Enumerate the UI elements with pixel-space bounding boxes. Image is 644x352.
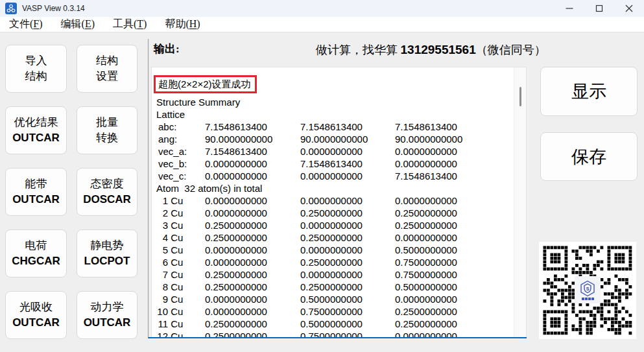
promo-text-pre: 做计算，找华算 [316,43,401,56]
atom-row: 10 Cu0.00000000000.75000000000.250000000… [152,305,514,318]
sidebar-button-sublabel: LOCPOT [84,253,130,269]
app-icon [5,3,17,14]
sidebar-button-label: 态密度 [91,176,124,192]
structure-summary-title: Structure Summary [152,96,514,108]
sidebar-button-sublabel: DOSCAR [83,192,131,207]
output-panel: 输出: 做计算，找华算 13129551561（微信同号） 超胞(2×2×2)设… [148,39,527,338]
output-textarea[interactable]: 超胞(2×2×2)设置成功 Structure Summary Lattice … [151,67,527,337]
window-title: VASP View 0.3.14 [22,4,85,13]
menu-item-edit[interactable]: 编辑(E) [54,18,101,31]
scrollbar-thumb[interactable] [519,87,521,106]
atom-row: 9 Cu0.00000000000.50000000000.0000000000 [152,293,514,305]
svg-text:S: S [586,286,590,290]
menu-item-tools[interactable]: 工具(T) [106,18,153,31]
sidebar-button-sublabel: 转换 [96,130,118,146]
close-button[interactable] [614,0,644,17]
save-button[interactable]: 保存 [540,132,638,181]
sidebar-button-label: 光吸收 [19,299,53,315]
maximize-button[interactable] [584,0,614,17]
sidebar-button-sublabel: OUTCAR [12,315,60,331]
lattice-title: Lattice [152,108,514,121]
promo-banner: 做计算，找华算 13129551561（微信同号） [316,42,546,58]
sidebar-button-label: 能带 [25,176,47,192]
sidebar-button-label: 电荷 [25,238,47,253]
output-label: 输出: [154,41,180,56]
atom-row: 2 Cu0.00000000000.25000000000.2500000000 [152,207,514,219]
sidebar-button-label: 导入 [25,53,47,69]
window-controls [555,0,644,17]
hexagon-logo-icon: S [579,280,596,297]
sidebar-button-band-outcar[interactable]: 能带OUTCAR [5,168,67,216]
sidebar-button-potential-locpot[interactable]: 静电势LOCPOT [77,229,137,277]
sidebar-button-label: 结构 [96,53,118,69]
sidebar-button-sublabel: OUTCAR [84,315,131,331]
output-content: 超胞(2×2×2)设置成功 Structure Summary Lattice … [152,67,514,337]
sidebar-button-label: 动力学 [91,299,124,315]
sidebar-button-optical-outcar[interactable]: 光吸收OUTCAR [5,291,67,339]
sidebar-button-import-structure[interactable]: 导入结构 [5,45,67,93]
maximize-icon [595,5,603,12]
atom-row: 12 Cu0.25000000000.75000000000.000000000… [152,330,514,337]
promo-phone-number: 13129551561 [401,43,476,56]
atom-row: 3 Cu0.25000000000.00000000000.2500000000 [152,219,514,231]
sidebar-button-sublabel: 设置 [96,69,118,84]
scrollbar-track[interactable] [514,67,526,337]
vasp-view-window: VASP View 0.3.14 文件(F)编辑(E)工具(T)帮助(H) 导入… [0,0,644,352]
atom-row: 6 Cu0.00000000000.25000000000.7500000000 [152,256,514,268]
minimize-button[interactable] [555,0,584,17]
sidebar-button-dos-doscar[interactable]: 态密度DOSCAR [77,168,137,216]
supercell-success-message: 超胞(2×2×2)设置成功 [154,75,257,93]
atoms-title: Atom 32 atom(s) in total [152,182,514,194]
atom-row: 4 Cu0.25000000000.25000000000.0000000000 [152,231,514,244]
menubar: 文件(F)编辑(E)工具(T)帮助(H) [0,17,644,32]
promo-qr-code: S [539,242,636,339]
huasuan-logo: S [575,276,601,303]
sidebar-button-sublabel: 结构 [25,69,47,84]
atom-row: 1 Cu0.00000000000.00000000000.0000000000 [152,194,514,207]
sidebar-button-optimize-result-outcar[interactable]: 优化结果OUTCAR [5,106,67,154]
sidebar-button-charge-chgcar[interactable]: 电荷CHGCAR [5,229,67,277]
atom-row: 5 Cu0.00000000000.00000000000.5000000000 [152,244,514,256]
lattice-row-vec_c: vec_c:0.00000000000.00000000007.15486134… [152,170,514,182]
sidebar-button-structure-settings[interactable]: 结构设置 [77,45,137,93]
atom-row: 11 Cu0.25000000000.50000000000.250000000… [152,318,514,330]
sidebar-button-batch-convert[interactable]: 批量转换 [77,106,137,154]
display-button[interactable]: 显示 [540,67,638,116]
minimize-icon [566,5,573,12]
logo-text-marks [582,298,594,300]
sidebar-button-label: 批量 [96,115,118,130]
menu-item-file[interactable]: 文件(F) [3,18,49,31]
close-icon [625,5,633,12]
promo-text-post: （微信同号） [476,43,546,56]
sidebar-button-sublabel: CHGCAR [12,253,60,269]
sidebar: 导入结构结构设置优化结果OUTCAR批量转换能带OUTCAR态密度DOSCAR电… [5,45,137,339]
sidebar-button-dynamics-outcar[interactable]: 动力学OUTCAR [77,291,137,339]
lattice-row-ang: ang:90.000000000090.000000000090.0000000… [152,133,514,145]
atom-row: 8 Cu0.25000000000.25000000000.5000000000 [152,281,514,293]
lattice-row-abc: abc:7.15486134007.15486134007.1548613400 [152,121,514,133]
sidebar-button-label: 静电势 [91,238,124,253]
menu-item-help[interactable]: 帮助(H) [158,18,206,31]
titlebar: VASP View 0.3.14 [0,0,644,17]
sidebar-button-sublabel: OUTCAR [12,192,60,207]
sidebar-button-label: 优化结果 [14,115,58,130]
sidebar-button-sublabel: OUTCAR [12,130,60,146]
lattice-row-vec_b: vec_b:0.00000000007.15486134000.00000000… [152,158,514,170]
atom-row: 7 Cu0.25000000000.00000000000.7500000000 [152,268,514,281]
lattice-row-vec_a: vec_a:7.15486134000.00000000000.00000000… [152,145,514,158]
